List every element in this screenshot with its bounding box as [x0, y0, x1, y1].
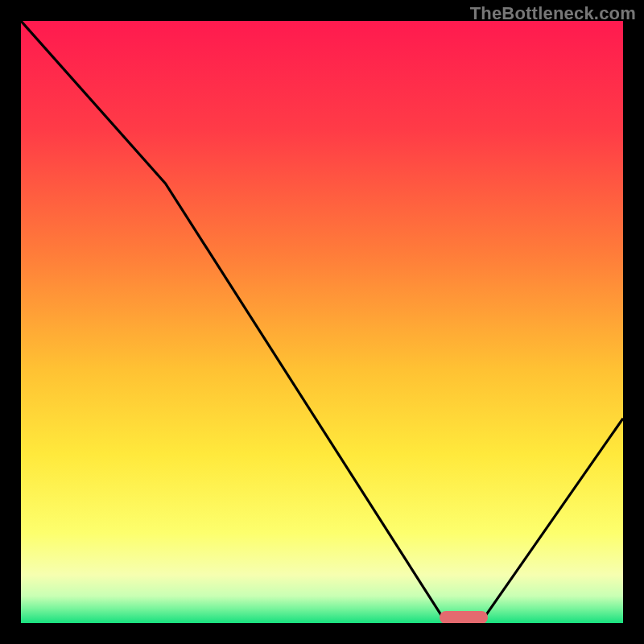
- plot-area: [21, 21, 623, 623]
- watermark-text: TheBottleneck.com: [470, 3, 636, 24]
- bottleneck-curve: [21, 21, 623, 623]
- optimal-marker: [440, 611, 488, 623]
- chart-frame: TheBottleneck.com: [0, 0, 644, 644]
